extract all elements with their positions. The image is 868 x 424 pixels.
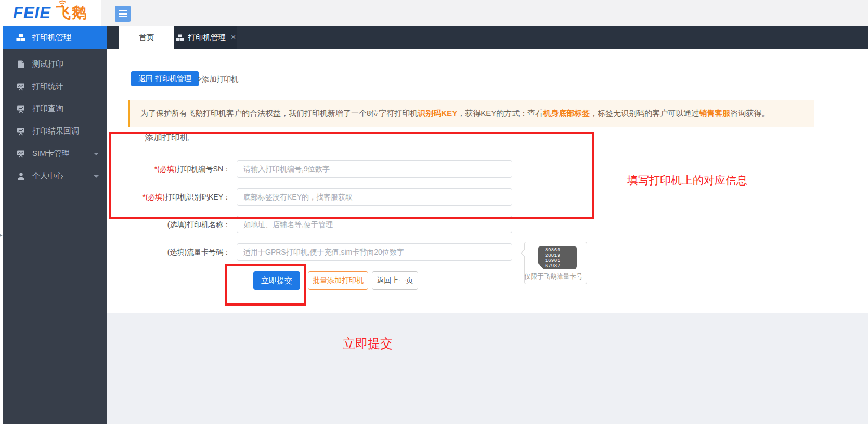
cubes-icon [16,34,25,42]
chart-board-icon [16,105,25,113]
required-mark: *(必填) [142,193,165,201]
chart-board-icon [16,127,25,136]
section-divider [126,137,811,137]
section-title: 添加打印机 [139,131,194,143]
file-icon [16,60,25,68]
page-background [107,313,868,424]
sidebar-item-personal-center[interactable]: 个人中心 [3,165,107,187]
sidebar-item-print-query[interactable]: 打印查询 [3,98,107,120]
sidebar-item-test-print[interactable]: 测试打印 [3,53,107,75]
label-text: (选填)流量卡号码： [167,248,230,256]
cubes-icon [175,34,185,41]
chevron-down-icon [94,153,99,155]
printer-sn-input[interactable] [237,160,512,178]
breadcrumb: >添加打印机 [198,75,238,84]
tab-label: 打印机管理 [188,33,226,43]
sim-number-line: 67987 [545,263,577,269]
label-printer-key: *(必填)打印机识别码KEY： [109,193,230,202]
printer-name-input[interactable] [237,216,512,233]
notice-text: ，获得KEY的方式：查看 [457,109,543,117]
submit-button[interactable]: 立即提交 [253,271,300,290]
sim-number-input[interactable] [237,243,512,261]
sim-number-line: 28819 [545,253,577,258]
notice-highlight-key: 识别码KEY [418,109,457,117]
sim-number-line: 89860 [545,248,577,253]
label-printer-name: (选填)打印机名称： [109,220,230,230]
sidebar-item-label: 打印结果回调 [32,126,79,136]
tab-label: 首页 [139,33,154,43]
tab-bar: 首页 打印机管理 × [107,26,868,49]
chart-board-icon [16,150,25,158]
sidebar-toggle-button[interactable] [115,6,131,22]
tab-close-icon[interactable]: × [231,33,236,42]
sim-card-image: 89860 28819 16901 67987 [538,246,577,269]
app-header: FEIE 飞鹅 [0,0,868,26]
sim-number-line: 16901 [545,258,577,263]
sim-card-tooltip: 89860 28819 16901 67987 仅限于飞鹅流量卡号 [524,242,587,284]
tab-home[interactable]: 首页 [119,26,174,49]
sidebar-item-sim-management[interactable]: SIM卡管理 [3,142,107,165]
wifi-signal-icon [58,0,67,9]
sidebar-item-label: 个人中心 [32,171,63,181]
sidebar-menu: 测试打印 打印统计 打印查询 打印结果回调 SIM卡管理 [3,53,107,187]
label-text: 打印机识别码KEY： [165,193,230,201]
sidebar-item-label: 测试打印 [32,59,63,69]
user-icon [16,172,25,180]
chevron-down-icon [94,175,99,178]
tab-printer-management[interactable]: 打印机管理 × [174,26,237,49]
sidebar-item-label: SIM卡管理 [32,149,70,158]
sidebar-collapse-handle[interactable]: ▸ [0,232,3,239]
notice-text: ，标签无识别码的客户可以通过 [590,109,699,117]
notice-highlight-support: 销售客服 [699,109,730,117]
notice-text: 为了保护所有飞鹅打印机客户的合法权益，我们打印机新增了一个8位字符打印机 [140,109,418,117]
label-text: 打印机编号SN： [177,165,230,173]
main-content-panel [107,49,868,313]
notice-text: 咨询获得。 [730,109,769,117]
notice-banner: 为了保护所有飞鹅打印机客户的合法权益，我们打印机新增了一个8位字符打印机识别码K… [128,100,814,127]
back-to-printer-management-button[interactable]: 返回 打印机管理 [131,71,199,86]
logo: FEIE 飞鹅 [13,3,87,23]
notice-highlight-label: 机身底部标签 [543,109,590,117]
sidebar-item-label: 打印统计 [32,82,63,91]
batch-add-button[interactable]: 批量添加打印机 [308,271,368,290]
label-text: (选填)打印机名称： [167,220,230,229]
return-previous-button[interactable]: 返回上一页 [372,271,418,290]
sidebar-item-print-stats[interactable]: 打印统计 [3,75,107,98]
sidebar-item-print-callback[interactable]: 打印结果回调 [3,120,107,142]
header-strip [101,0,868,26]
label-printer-sn: *(必填)打印机编号SN： [109,165,230,174]
printer-key-input[interactable] [237,188,512,206]
sidebar-item-printer-management[interactable]: 打印机管理 [3,26,107,49]
sidebar-item-label: 打印查询 [32,104,63,114]
sidebar-item-label: 打印机管理 [32,33,71,43]
chart-board-icon [16,83,25,91]
required-mark: *(必填) [154,165,177,173]
label-sim-number: (选填)流量卡号码： [109,248,230,257]
sidebar: 打印机管理 测试打印 打印统计 打印查询 打印结果回调 [3,26,107,424]
logo-text: FEIE [13,4,51,22]
sim-caption: 仅限于飞鹅流量卡号 [524,272,583,281]
